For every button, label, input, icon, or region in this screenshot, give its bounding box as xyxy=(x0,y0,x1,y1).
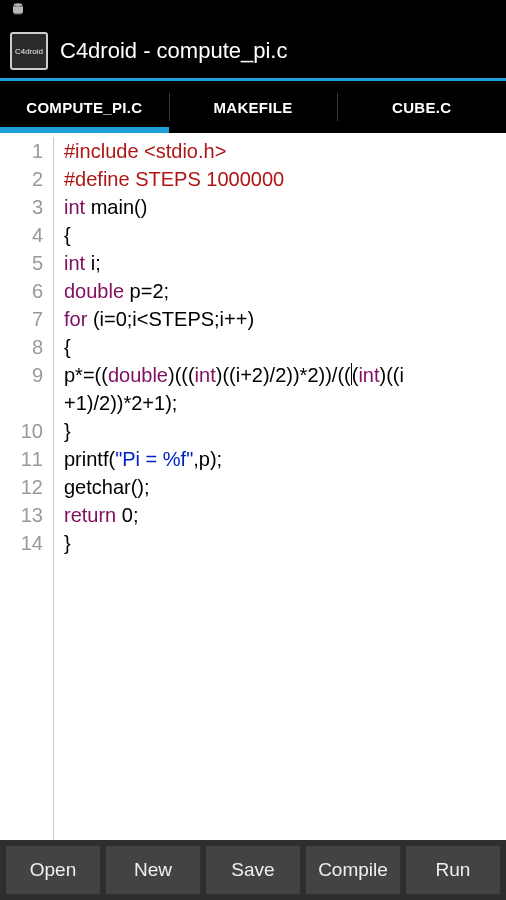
code-line[interactable]: } xyxy=(64,529,506,557)
line-number: 2 xyxy=(0,165,43,193)
code-line[interactable]: p*=((double)(((int)((i+2)/2))*2))/(((int… xyxy=(64,361,506,389)
line-number: 9 xyxy=(0,361,43,389)
new-button[interactable]: New xyxy=(106,846,200,894)
tab-bar: COMPUTE_PI.CMAKEFILECUBE.C xyxy=(0,81,506,133)
code-line[interactable]: return 0; xyxy=(64,501,506,529)
line-number: 12 xyxy=(0,473,43,501)
code-area[interactable]: #include <stdio.h>#define STEPS 1000000i… xyxy=(54,137,506,840)
code-token: p*=(( xyxy=(64,364,108,386)
code-token: +1)/2))*2+1); xyxy=(64,392,177,414)
keyword-token: int xyxy=(195,364,216,386)
app-icon: C4droid xyxy=(10,32,48,70)
code-token: main() xyxy=(85,196,147,218)
line-number: 4 xyxy=(0,221,43,249)
code-line[interactable]: #define STEPS 1000000 xyxy=(64,165,506,193)
code-line[interactable]: double p=2; xyxy=(64,277,506,305)
preproc-token: #include <stdio.h> xyxy=(64,140,226,162)
compile-button[interactable]: Compile xyxy=(306,846,400,894)
line-number: 7 xyxy=(0,305,43,333)
tab-makefile[interactable]: MAKEFILE xyxy=(169,81,338,133)
code-token: { xyxy=(64,224,71,246)
svg-rect-0 xyxy=(14,6,23,13)
code-token: )((i xyxy=(380,364,404,386)
line-number: 1 xyxy=(0,137,43,165)
code-token: )((i+2)/2))*2))/(( xyxy=(216,364,351,386)
keyword-token: double xyxy=(64,280,124,302)
code-token: )((( xyxy=(168,364,195,386)
code-line[interactable]: int i; xyxy=(64,249,506,277)
line-number: 6 xyxy=(0,277,43,305)
code-line[interactable]: #include <stdio.h> xyxy=(64,137,506,165)
code-token: } xyxy=(64,420,71,442)
line-number: 14 xyxy=(0,529,43,557)
code-line[interactable]: printf("Pi = %f",p); xyxy=(64,445,506,473)
run-button[interactable]: Run xyxy=(406,846,500,894)
keyword-token: int xyxy=(64,196,85,218)
code-token: i; xyxy=(85,252,101,274)
code-line[interactable]: { xyxy=(64,221,506,249)
line-number: 11 xyxy=(0,445,43,473)
keyword-token: int xyxy=(358,364,379,386)
status-bar xyxy=(0,0,506,24)
line-number: 5 xyxy=(0,249,43,277)
android-icon xyxy=(8,1,28,23)
preproc-token: #define STEPS 1000000 xyxy=(64,168,284,190)
tab-cube-c[interactable]: CUBE.C xyxy=(337,81,506,133)
app-title: C4droid - compute_pi.c xyxy=(60,38,287,64)
line-number: 10 xyxy=(0,417,43,445)
code-line[interactable]: +1)/2))*2+1); xyxy=(64,389,506,417)
code-line[interactable]: for (i=0;i<STEPS;i++) xyxy=(64,305,506,333)
line-number: 13 xyxy=(0,501,43,529)
code-line[interactable]: { xyxy=(64,333,506,361)
code-token: (i=0;i<STEPS;i++) xyxy=(87,308,254,330)
code-line[interactable]: int main() xyxy=(64,193,506,221)
code-token: { xyxy=(64,336,71,358)
code-token: ,p); xyxy=(193,448,222,470)
line-number: 3 xyxy=(0,193,43,221)
code-line[interactable]: getchar(); xyxy=(64,473,506,501)
app-icon-label: C4droid xyxy=(15,47,43,56)
open-button[interactable]: Open xyxy=(6,846,100,894)
tab-compute-pi-c[interactable]: COMPUTE_PI.C xyxy=(0,81,169,133)
line-number-gutter: 123456789 1011121314 xyxy=(0,137,54,840)
code-token: } xyxy=(64,532,71,554)
code-token: printf( xyxy=(64,448,115,470)
keyword-token: for xyxy=(64,308,87,330)
line-number: 8 xyxy=(0,333,43,361)
line-number xyxy=(0,389,43,417)
bottom-toolbar: OpenNewSaveCompileRun xyxy=(0,840,506,900)
code-token: 0; xyxy=(116,504,138,526)
keyword-token: double xyxy=(108,364,168,386)
code-token: getchar(); xyxy=(64,476,150,498)
keyword-token: return xyxy=(64,504,116,526)
code-line[interactable]: } xyxy=(64,417,506,445)
keyword-token: int xyxy=(64,252,85,274)
code-editor[interactable]: 123456789 1011121314 #include <stdio.h>#… xyxy=(0,133,506,840)
code-token: p=2; xyxy=(124,280,169,302)
save-button[interactable]: Save xyxy=(206,846,300,894)
title-bar: C4droid C4droid - compute_pi.c xyxy=(0,24,506,78)
string-token: "Pi = %f" xyxy=(115,448,193,470)
